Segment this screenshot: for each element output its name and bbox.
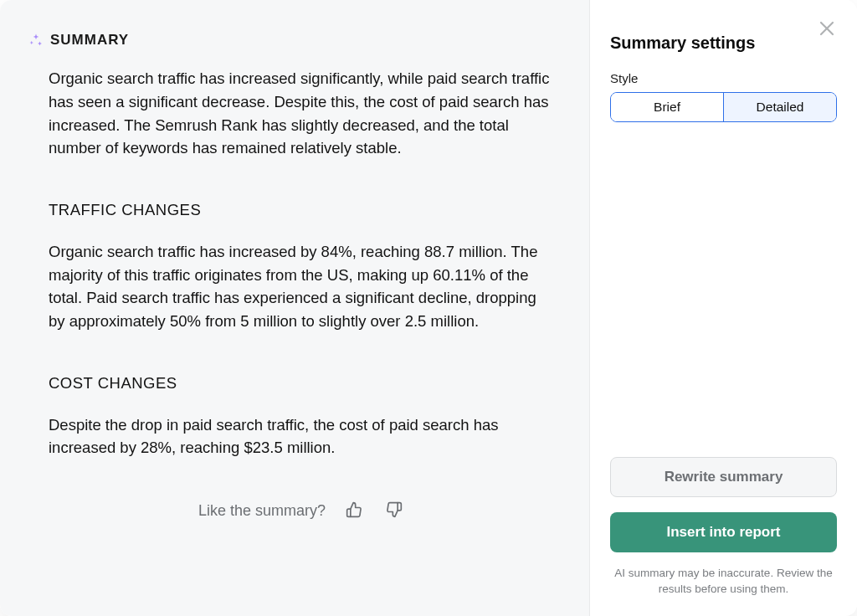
settings-title: Summary settings <box>610 33 837 53</box>
style-label: Style <box>610 71 837 85</box>
feedback-prompt: Like the summary? <box>198 500 326 522</box>
traffic-changes-body: Organic search traffic has increased by … <box>49 240 556 333</box>
rewrite-summary-button[interactable]: Rewrite summary <box>610 457 837 497</box>
settings-pane: Summary settings Style Brief Detailed Re… <box>589 0 857 616</box>
summary-intro: Organic search traffic has increased sig… <box>49 67 556 160</box>
feedback-row: Like the summary? <box>49 498 556 524</box>
thumbs-down-icon <box>386 501 403 521</box>
style-segmented-control: Brief Detailed <box>610 92 837 122</box>
ai-disclaimer: AI summary may be inaccurate. Review the… <box>610 566 837 598</box>
traffic-changes-heading: TRAFFIC CHANGES <box>49 198 556 222</box>
summary-body: Organic search traffic has increased sig… <box>28 67 556 524</box>
thumbs-down-button[interactable] <box>382 498 406 524</box>
style-option-brief[interactable]: Brief <box>611 93 723 121</box>
sparkle-icon <box>28 33 44 48</box>
thumbs-up-icon <box>346 501 362 521</box>
summary-title: SUMMARY <box>50 32 129 49</box>
insert-into-report-button[interactable]: Insert into report <box>610 512 837 552</box>
style-option-detailed[interactable]: Detailed <box>724 93 836 121</box>
spacer <box>610 122 837 457</box>
thumbs-up-button[interactable] <box>342 498 366 524</box>
cost-changes-heading: COST CHANGES <box>49 372 556 395</box>
summary-header: SUMMARY <box>28 32 556 49</box>
cost-changes-body: Despite the drop in paid search traffic,… <box>49 413 556 460</box>
close-button[interactable] <box>815 17 839 43</box>
app-window: SUMMARY Organic search traffic has incre… <box>0 0 857 616</box>
summary-pane[interactable]: SUMMARY Organic search traffic has incre… <box>0 0 589 616</box>
close-icon <box>817 28 837 41</box>
